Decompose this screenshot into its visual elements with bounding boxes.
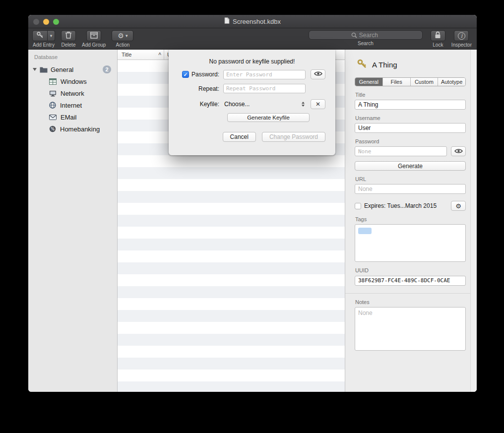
action-button[interactable]: ⚙ ▾ — [112, 30, 133, 41]
change-password-button[interactable]: Change Password — [262, 132, 325, 142]
inspector-scrollbar[interactable] — [470, 50, 477, 392]
sheet-password-label: Password: — [191, 71, 219, 78]
sidebar-header: Database — [28, 50, 117, 63]
key-icon — [36, 31, 44, 40]
cancel-button[interactable]: Cancel — [223, 132, 256, 142]
sidebar-item-label: Internet — [60, 102, 82, 109]
eye-icon — [454, 148, 463, 155]
trash-icon — [65, 31, 72, 40]
title-field[interactable] — [355, 100, 466, 110]
sidebar-item-label: Network — [61, 90, 84, 97]
key-icon — [357, 59, 367, 71]
sheet-show-password-button[interactable] — [311, 69, 325, 79]
change-password-sheet: No password or keyfile supplied! ✓ Passw… — [169, 50, 335, 155]
sidebar-item-label: Windows — [61, 78, 87, 85]
disclosure-triangle-icon[interactable] — [33, 68, 37, 71]
traffic-lights — [33, 19, 59, 25]
username-field[interactable] — [355, 123, 466, 133]
sidebar-group-label: General — [51, 66, 73, 73]
expires-checkbox[interactable] — [355, 203, 361, 209]
sidebar-item-network[interactable]: Network — [28, 87, 117, 99]
delete-item: Delete — [61, 30, 76, 48]
search-field[interactable] — [309, 30, 423, 40]
tags-label: Tags — [355, 216, 466, 222]
window-title-text: Screenshot.kdbx — [233, 18, 281, 25]
password-field[interactable] — [355, 146, 447, 156]
generate-password-button[interactable]: Generate — [355, 161, 466, 171]
action-item: ⚙ ▾ Action — [112, 30, 133, 48]
inspector-divider — [345, 293, 477, 294]
tab-autotype[interactable]: Autotype — [438, 78, 465, 86]
password-field-label: Password — [355, 138, 466, 144]
window-zoom-button[interactable] — [53, 19, 59, 25]
globe-icon — [49, 102, 56, 109]
sort-ascending-icon: ^ — [158, 52, 161, 58]
add-group-button[interactable] — [86, 30, 101, 41]
clear-keyfile-button[interactable]: ✕ — [311, 99, 325, 109]
add-entry-dropdown[interactable]: ▾ — [48, 30, 55, 41]
url-field-label: URL — [355, 176, 466, 182]
search-item: Search — [309, 30, 423, 46]
add-group-label: Add Group — [82, 42, 106, 48]
column-header-title[interactable]: Title ^ — [118, 52, 164, 58]
url-field[interactable] — [355, 184, 466, 194]
sidebar-group-general[interactable]: General 2 — [28, 63, 117, 75]
sidebar-item-email[interactable]: EMail — [28, 111, 117, 123]
title-field-label: Title — [355, 92, 466, 98]
keyfile-popup[interactable]: Choose... — [223, 101, 306, 108]
app-window: Screenshot.kdbx ▾ Add Entry Delete — [28, 15, 477, 392]
inspector-panel: A Thing General Files Custom Autotype Ti… — [345, 50, 477, 392]
window-title: Screenshot.kdbx — [224, 17, 281, 25]
uuid-label: UUID — [355, 267, 466, 273]
keyfile-popup-value: Choose... — [224, 101, 250, 108]
tag-chip[interactable] — [358, 228, 372, 234]
tags-box[interactable] — [355, 224, 466, 262]
show-password-button[interactable] — [451, 146, 466, 156]
window-close-button[interactable] — [33, 19, 39, 25]
search-label: Search — [358, 41, 374, 46]
gear-icon: ⚙ — [455, 202, 461, 210]
sidebar-item-homebanking[interactable]: % Homebanking — [28, 123, 117, 135]
sidebar-item-windows[interactable]: Windows — [28, 75, 117, 87]
sheet-repeat-input[interactable] — [223, 84, 306, 93]
eye-icon — [314, 71, 322, 78]
gear-icon: ⚙ — [118, 32, 124, 40]
entry-count-badge: 2 — [103, 65, 111, 73]
group-box-icon — [90, 32, 98, 40]
uuid-field[interactable] — [355, 276, 466, 286]
notes-label: Notes — [355, 299, 466, 305]
sheet-password-input[interactable] — [223, 70, 306, 79]
tab-custom[interactable]: Custom — [410, 78, 438, 86]
coin-percent-icon: % — [49, 125, 56, 132]
notes-field[interactable] — [355, 307, 466, 351]
delete-button[interactable] — [61, 30, 76, 41]
windows-icon — [49, 78, 57, 85]
add-entry-label: Add Entry — [33, 42, 55, 48]
inspector-entry-header: A Thing — [357, 59, 466, 71]
password-checkbox[interactable]: ✓ — [182, 71, 189, 78]
document-icon — [224, 17, 230, 25]
tab-files[interactable]: Files — [382, 78, 410, 86]
monitor-icon — [49, 90, 57, 97]
expires-settings-button[interactable]: ⚙ — [451, 201, 466, 211]
lock-item: Lock — [431, 30, 445, 48]
sheet-repeat-label: Repeat: — [198, 85, 219, 92]
lock-button[interactable] — [431, 30, 445, 41]
search-input[interactable] — [359, 32, 414, 39]
tab-general[interactable]: General — [355, 78, 382, 86]
inspector-button[interactable]: i — [454, 30, 469, 41]
inspector-item: i Inspector — [451, 30, 472, 48]
window-minimize-button[interactable] — [43, 19, 49, 25]
inspector-tabs: General Files Custom Autotype — [355, 77, 466, 86]
expires-label: Expires: Tues...March 2015 — [364, 202, 437, 209]
toolbar: ▾ Add Entry Delete Add Group ⚙ ▾ — [28, 28, 477, 50]
lock-label: Lock — [433, 42, 443, 48]
folder-icon — [40, 66, 48, 73]
column-title-label: Title — [122, 52, 131, 58]
sheet-message: No password or keyfile supplied! — [169, 50, 335, 65]
action-label: Action — [116, 42, 129, 48]
add-entry-button[interactable] — [32, 30, 48, 41]
sidebar-item-internet[interactable]: Internet — [28, 99, 117, 111]
entry-title: A Thing — [372, 61, 397, 69]
generate-keyfile-button[interactable]: Generate Keyfile — [227, 113, 310, 122]
